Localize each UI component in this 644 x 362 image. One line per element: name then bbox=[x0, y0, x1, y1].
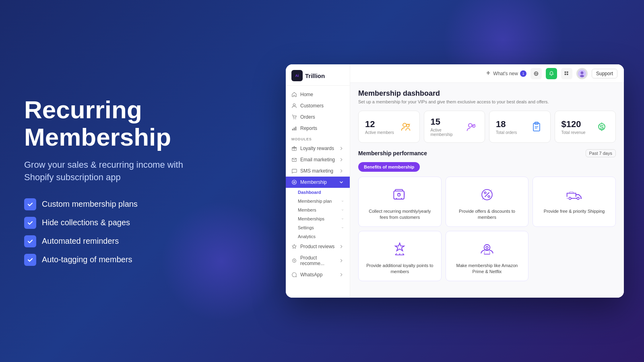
chevron-down-icon-4 bbox=[341, 217, 344, 220]
stat-number-orders: 18 bbox=[496, 119, 517, 130]
check-icon-2 bbox=[24, 217, 36, 229]
active-membership-icon bbox=[464, 119, 478, 134]
svg-point-32 bbox=[488, 195, 490, 197]
benefit-text-shipping: Provide free & priority Shipping bbox=[544, 208, 605, 214]
total-revenue-icon bbox=[594, 119, 609, 134]
chevron-down-icon bbox=[339, 179, 344, 185]
whatsapp-icon bbox=[291, 272, 297, 278]
benefit-text-collect: Collect recurring monthly/yearly fees fr… bbox=[364, 208, 436, 221]
svg-rect-28 bbox=[394, 191, 405, 199]
dashboard-subtitle: Set up a membership for your VIPs and gi… bbox=[358, 99, 616, 104]
notification-button[interactable] bbox=[546, 68, 557, 79]
sidebar-item-customers[interactable]: Customers bbox=[286, 100, 350, 111]
gift-icon bbox=[291, 146, 297, 151]
stat-label-members: Active members bbox=[365, 130, 394, 135]
chevron-right-icon-4 bbox=[339, 244, 344, 249]
logo-icon: Ai bbox=[291, 70, 303, 81]
barchart-icon bbox=[291, 125, 297, 131]
grid-icon bbox=[564, 71, 570, 76]
tab-benefits[interactable]: Benefits of membership bbox=[358, 162, 420, 172]
cart-icon bbox=[291, 114, 297, 120]
prime-membership-icon bbox=[477, 239, 497, 259]
main-content: What's new 1 bbox=[350, 64, 624, 298]
whats-new-badge: 1 bbox=[520, 70, 526, 77]
sidebar: Ai Trillion Home Customers bbox=[286, 64, 350, 298]
svg-point-33 bbox=[569, 197, 571, 200]
stat-card-orders: 18 Total orders bbox=[489, 111, 551, 143]
sub-nav-settings[interactable]: Settings bbox=[286, 223, 350, 232]
check-icon-3 bbox=[24, 235, 36, 247]
svg-rect-5 bbox=[295, 127, 297, 131]
svg-point-31 bbox=[484, 192, 486, 194]
hero-subtitle: Grow your sales & recurring income with … bbox=[24, 159, 193, 184]
svg-rect-15 bbox=[565, 74, 566, 75]
check-icon-4 bbox=[24, 254, 36, 266]
sparkle-icon bbox=[485, 71, 491, 76]
stat-card-revenue: $120 Total revenue bbox=[555, 111, 616, 143]
stat-label-revenue: Total revenue bbox=[561, 130, 586, 135]
stat-number-membership: 15 bbox=[431, 117, 464, 127]
svg-rect-16 bbox=[567, 74, 568, 75]
feature-item-1: Custom membership plans bbox=[24, 198, 193, 210]
grid-button[interactable] bbox=[561, 68, 572, 79]
sidebar-item-product-reviews[interactable]: Product reviews bbox=[286, 241, 350, 252]
sidebar-item-membership[interactable]: Membership bbox=[286, 177, 350, 188]
collect-fee-icon bbox=[390, 185, 409, 204]
sidebar-item-whatsapp[interactable]: WhatsApp bbox=[286, 269, 350, 280]
benefit-card-shipping: Provide free & priority Shipping bbox=[533, 177, 616, 227]
sidebar-item-orders[interactable]: Orders bbox=[286, 111, 350, 123]
benefit-card-prime: Make membership like Amazon Prime & Netf… bbox=[446, 231, 529, 281]
benefit-card-loyalty: Provide additional loyalty points to mem… bbox=[358, 231, 442, 281]
app-window: Ai Trillion Home Customers bbox=[286, 64, 624, 298]
sidebar-item-loyalty[interactable]: Loyalty rewards bbox=[286, 143, 350, 154]
performance-title: Membership performance bbox=[358, 150, 427, 156]
chevron-down-icon-5 bbox=[341, 226, 344, 229]
sidebar-item-sms[interactable]: SMS marketing bbox=[286, 165, 350, 177]
svg-point-34 bbox=[577, 197, 579, 200]
sub-nav-dashboard[interactable]: Dashboard bbox=[286, 188, 350, 197]
hero-title: Recurring Membership bbox=[24, 96, 193, 151]
language-selector[interactable] bbox=[530, 68, 542, 79]
chevron-right-icon bbox=[339, 146, 344, 151]
logo-text: Trillion bbox=[305, 72, 325, 79]
total-orders-icon bbox=[529, 119, 544, 134]
performance-header: Membership performance Past 7 days bbox=[358, 149, 616, 157]
svg-point-1 bbox=[293, 119, 294, 119]
whats-new-button[interactable]: What's new 1 bbox=[485, 70, 526, 77]
support-button[interactable]: Support bbox=[592, 69, 617, 78]
tabs-row: Benefits of membership bbox=[358, 162, 616, 172]
sub-nav-memberships[interactable]: Memberships bbox=[286, 214, 350, 223]
sub-nav-membership-plan[interactable]: Membership plan bbox=[286, 197, 350, 206]
feature-item-4: Auto-tagging of members bbox=[24, 254, 193, 266]
sidebar-item-home[interactable]: Home bbox=[286, 89, 350, 100]
sidebar-item-reports[interactable]: Reports bbox=[286, 123, 350, 134]
benefit-card-collect: Collect recurring monthly/yearly fees fr… bbox=[358, 177, 442, 227]
sidebar-item-product-recommend[interactable]: Product recomme... bbox=[286, 252, 350, 269]
sidebar-logo: Ai Trillion bbox=[286, 64, 350, 86]
mail-icon bbox=[291, 157, 297, 162]
user-avatar[interactable] bbox=[576, 68, 588, 79]
stats-row: 12 Active members bbox=[358, 111, 616, 143]
sidebar-nav: Home Customers Orders bbox=[286, 86, 350, 284]
svg-point-19 bbox=[580, 75, 584, 77]
hero-section: Recurring Membership Grow your sales & r… bbox=[24, 96, 193, 266]
star-icon bbox=[291, 244, 297, 249]
benefit-text-prime: Make membership like Amazon Prime & Netf… bbox=[452, 263, 523, 275]
stat-number-revenue: $120 bbox=[561, 119, 586, 130]
sidebar-item-email[interactable]: Email marketing bbox=[286, 154, 350, 165]
svg-rect-14 bbox=[567, 71, 568, 73]
chevron-down-icon-2 bbox=[341, 200, 344, 203]
svg-point-36 bbox=[486, 246, 488, 249]
bell-icon bbox=[549, 71, 554, 76]
period-selector[interactable]: Past 7 days bbox=[586, 149, 616, 157]
svg-point-20 bbox=[403, 123, 407, 127]
sub-nav-analytics[interactable]: Analytics bbox=[286, 232, 350, 241]
chevron-right-icon-2 bbox=[339, 157, 344, 162]
active-members-icon bbox=[398, 119, 413, 134]
svg-point-9 bbox=[293, 181, 295, 183]
offers-discount-icon bbox=[477, 185, 497, 204]
chevron-right-icon-3 bbox=[339, 168, 344, 174]
chevron-down-icon-3 bbox=[341, 208, 344, 212]
sub-nav-members[interactable]: Members bbox=[286, 206, 350, 214]
benefits-grid: Collect recurring monthly/yearly fees fr… bbox=[358, 177, 616, 281]
